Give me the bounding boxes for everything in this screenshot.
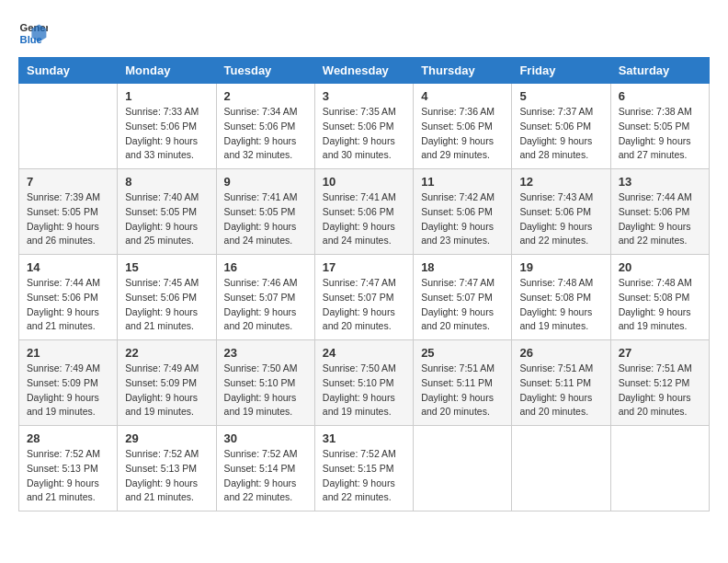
day-info: Sunrise: 7:48 AMSunset: 5:08 PMDaylight:… [519, 276, 602, 334]
day-number: 27 [619, 346, 701, 360]
day-number: 3 [323, 89, 405, 103]
day-info: Sunrise: 7:33 AMSunset: 5:06 PMDaylight:… [125, 105, 208, 163]
day-number: 4 [421, 89, 504, 103]
calendar-empty-cell [414, 426, 512, 511]
calendar-day-27: 27Sunrise: 7:51 AMSunset: 5:12 PMDayligh… [610, 340, 709, 426]
day-info: Sunrise: 7:42 AMSunset: 5:06 PMDaylight:… [421, 190, 504, 248]
calendar-day-1: 1Sunrise: 7:33 AMSunset: 5:06 PMDaylight… [118, 84, 216, 169]
day-info: Sunrise: 7:49 AMSunset: 5:09 PMDaylight:… [27, 362, 109, 419]
day-info: Sunrise: 7:43 AMSunset: 5:06 PMDaylight:… [519, 190, 602, 248]
calendar-day-12: 12Sunrise: 7:43 AMSunset: 5:06 PMDayligh… [512, 169, 610, 255]
day-number: 19 [519, 260, 602, 274]
day-number: 17 [323, 260, 405, 274]
calendar-day-4: 4Sunrise: 7:36 AMSunset: 5:06 PMDaylight… [414, 84, 512, 169]
day-info: Sunrise: 7:52 AMSunset: 5:13 PMDaylight:… [125, 447, 208, 505]
day-info: Sunrise: 7:36 AMSunset: 5:06 PMDaylight:… [421, 105, 504, 163]
calendar-day-5: 5Sunrise: 7:37 AMSunset: 5:06 PMDaylight… [512, 84, 610, 169]
day-number: 25 [421, 346, 504, 360]
day-number: 26 [519, 346, 602, 360]
day-number: 18 [421, 260, 504, 274]
day-number: 6 [619, 89, 701, 103]
day-number: 24 [323, 346, 405, 360]
col-header-sunday: Sunday [19, 58, 118, 84]
day-number: 28 [27, 431, 109, 445]
calendar-day-3: 3Sunrise: 7:35 AMSunset: 5:06 PMDaylight… [314, 84, 413, 169]
calendar-day-10: 10Sunrise: 7:41 AMSunset: 5:06 PMDayligh… [314, 169, 413, 255]
day-number: 20 [619, 260, 701, 274]
day-number: 16 [224, 260, 307, 274]
day-info: Sunrise: 7:45 AMSunset: 5:06 PMDaylight:… [125, 276, 208, 334]
calendar-day-19: 19Sunrise: 7:48 AMSunset: 5:08 PMDayligh… [512, 255, 610, 340]
calendar-week-row: 14Sunrise: 7:44 AMSunset: 5:06 PMDayligh… [19, 255, 710, 340]
calendar-day-11: 11Sunrise: 7:42 AMSunset: 5:06 PMDayligh… [414, 169, 512, 255]
day-info: Sunrise: 7:35 AMSunset: 5:06 PMDaylight:… [323, 105, 405, 163]
day-number: 21 [27, 346, 109, 360]
calendar-empty-cell [512, 426, 610, 511]
day-number: 11 [421, 175, 504, 189]
day-number: 30 [224, 431, 307, 445]
calendar-day-15: 15Sunrise: 7:45 AMSunset: 5:06 PMDayligh… [118, 255, 216, 340]
calendar-week-row: 7Sunrise: 7:39 AMSunset: 5:05 PMDaylight… [19, 169, 710, 255]
day-number: 8 [125, 175, 208, 189]
day-info: Sunrise: 7:48 AMSunset: 5:08 PMDaylight:… [619, 276, 701, 334]
day-number: 7 [27, 175, 109, 189]
calendar-day-20: 20Sunrise: 7:48 AMSunset: 5:08 PMDayligh… [610, 255, 709, 340]
calendar-day-28: 28Sunrise: 7:52 AMSunset: 5:13 PMDayligh… [19, 426, 118, 511]
calendar-day-23: 23Sunrise: 7:50 AMSunset: 5:10 PMDayligh… [216, 340, 314, 426]
calendar-day-14: 14Sunrise: 7:44 AMSunset: 5:06 PMDayligh… [19, 255, 118, 340]
day-info: Sunrise: 7:46 AMSunset: 5:07 PMDaylight:… [224, 276, 307, 334]
logo: General Blue [18, 18, 48, 48]
calendar-day-8: 8Sunrise: 7:40 AMSunset: 5:05 PMDaylight… [118, 169, 216, 255]
day-info: Sunrise: 7:52 AMSunset: 5:15 PMDaylight:… [323, 447, 405, 505]
day-info: Sunrise: 7:51 AMSunset: 5:11 PMDaylight:… [421, 362, 504, 419]
logo-icon: General Blue [18, 18, 48, 48]
day-number: 23 [224, 346, 307, 360]
calendar-day-9: 9Sunrise: 7:41 AMSunset: 5:05 PMDaylight… [216, 169, 314, 255]
calendar-day-13: 13Sunrise: 7:44 AMSunset: 5:06 PMDayligh… [610, 169, 709, 255]
day-info: Sunrise: 7:44 AMSunset: 5:06 PMDaylight:… [27, 276, 109, 334]
day-number: 12 [519, 175, 602, 189]
calendar-day-7: 7Sunrise: 7:39 AMSunset: 5:05 PMDaylight… [19, 169, 118, 255]
calendar-table: SundayMondayTuesdayWednesdayThursdayFrid… [18, 57, 710, 511]
calendar-week-row: 28Sunrise: 7:52 AMSunset: 5:13 PMDayligh… [19, 426, 710, 511]
calendar-day-6: 6Sunrise: 7:38 AMSunset: 5:05 PMDaylight… [610, 84, 709, 169]
calendar-empty-cell [19, 84, 118, 169]
day-info: Sunrise: 7:51 AMSunset: 5:11 PMDaylight:… [519, 362, 602, 419]
day-number: 9 [224, 175, 307, 189]
day-number: 31 [323, 431, 405, 445]
day-info: Sunrise: 7:38 AMSunset: 5:05 PMDaylight:… [619, 105, 701, 163]
col-header-monday: Monday [118, 58, 216, 84]
day-info: Sunrise: 7:37 AMSunset: 5:06 PMDaylight:… [519, 105, 602, 163]
calendar-day-17: 17Sunrise: 7:47 AMSunset: 5:07 PMDayligh… [314, 255, 413, 340]
day-info: Sunrise: 7:52 AMSunset: 5:14 PMDaylight:… [224, 447, 307, 505]
calendar-day-22: 22Sunrise: 7:49 AMSunset: 5:09 PMDayligh… [118, 340, 216, 426]
day-number: 13 [619, 175, 701, 189]
calendar-day-26: 26Sunrise: 7:51 AMSunset: 5:11 PMDayligh… [512, 340, 610, 426]
col-header-thursday: Thursday [414, 58, 512, 84]
calendar-day-31: 31Sunrise: 7:52 AMSunset: 5:15 PMDayligh… [314, 426, 413, 511]
day-info: Sunrise: 7:52 AMSunset: 5:13 PMDaylight:… [27, 447, 109, 505]
calendar-day-29: 29Sunrise: 7:52 AMSunset: 5:13 PMDayligh… [118, 426, 216, 511]
day-info: Sunrise: 7:49 AMSunset: 5:09 PMDaylight:… [125, 362, 208, 419]
day-number: 22 [125, 346, 208, 360]
day-info: Sunrise: 7:41 AMSunset: 5:05 PMDaylight:… [224, 190, 307, 248]
col-header-tuesday: Tuesday [216, 58, 314, 84]
calendar-day-16: 16Sunrise: 7:46 AMSunset: 5:07 PMDayligh… [216, 255, 314, 340]
day-number: 10 [323, 175, 405, 189]
day-number: 5 [519, 89, 602, 103]
col-header-saturday: Saturday [610, 58, 709, 84]
day-info: Sunrise: 7:47 AMSunset: 5:07 PMDaylight:… [421, 276, 504, 334]
day-info: Sunrise: 7:40 AMSunset: 5:05 PMDaylight:… [125, 190, 208, 248]
calendar-day-2: 2Sunrise: 7:34 AMSunset: 5:06 PMDaylight… [216, 84, 314, 169]
day-info: Sunrise: 7:39 AMSunset: 5:05 PMDaylight:… [27, 190, 109, 248]
day-info: Sunrise: 7:41 AMSunset: 5:06 PMDaylight:… [323, 190, 405, 248]
day-number: 2 [224, 89, 307, 103]
day-info: Sunrise: 7:47 AMSunset: 5:07 PMDaylight:… [323, 276, 405, 334]
day-number: 29 [125, 431, 208, 445]
day-number: 14 [27, 260, 109, 274]
col-header-wednesday: Wednesday [314, 58, 413, 84]
calendar-day-24: 24Sunrise: 7:50 AMSunset: 5:10 PMDayligh… [314, 340, 413, 426]
day-number: 1 [125, 89, 208, 103]
day-info: Sunrise: 7:50 AMSunset: 5:10 PMDaylight:… [224, 362, 307, 419]
day-number: 15 [125, 260, 208, 274]
